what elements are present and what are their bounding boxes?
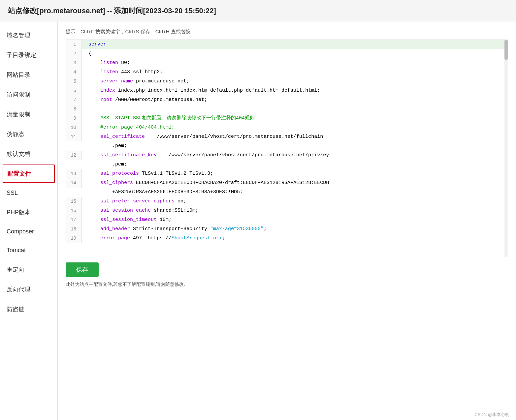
code-editor[interactable]: 1server2{3 listen 80;4 listen 443 ssl ht… (66, 40, 508, 257)
code-line: 3 listen 80; (66, 58, 508, 68)
code-line: 10 #error_page 404/404.html; (66, 123, 508, 132)
line-content: #error_page 404/404.html; (82, 123, 508, 132)
line-number: 19 (66, 234, 82, 243)
code-line: 9 #SSL-START SSL相关配置，请勿删除或修改下一行带注释的404规则 (66, 114, 508, 123)
sidebar-item-子目录绑定[interactable]: 子目录绑定 (0, 45, 57, 65)
line-number: 13 (66, 169, 82, 178)
line-content: listen 80; (82, 58, 508, 68)
code-line: 1server (66, 40, 508, 49)
line-content: index index.php index.html index.htm def… (82, 86, 508, 95)
code-line: 15 ssl_prefer_server_ciphers on; (66, 197, 508, 206)
main-layout: 域名管理子目录绑定网站目录访问限制流量限制伪静态默认文档配置文件SSLPHP版本… (0, 22, 516, 420)
line-content: server (82, 40, 508, 49)
line-content: ssl_prefer_server_ciphers on; (82, 197, 508, 206)
line-content: error_page 497 https://$host$request_uri… (82, 234, 508, 243)
code-line: 19 error_page 497 https://$host$request_… (66, 234, 508, 243)
code-line: 12 ssl_certificate_key /www/server/panel… (66, 151, 508, 169)
code-line: 16 ssl_session_cache shared:SSL:10m; (66, 206, 508, 215)
sidebar-item-Tomcat[interactable]: Tomcat (0, 241, 57, 260)
line-number: 10 (66, 123, 82, 132)
line-number: 7 (66, 95, 82, 105)
sidebar-item-反向代理[interactable]: 反向代理 (0, 280, 57, 299)
line-number: 8 (66, 105, 82, 114)
line-number: 16 (66, 206, 82, 215)
scrollbar[interactable] (504, 40, 508, 257)
scrollbar-thumb[interactable] (504, 40, 508, 60)
line-content: ssl_ciphers EECDH+CHACHA20:EECDH+CHACHA2… (82, 178, 508, 197)
sidebar-item-伪静态[interactable]: 伪静态 (0, 124, 57, 144)
line-content: server_name pro.metarouse.net; (82, 77, 508, 86)
sidebar-item-PHP版本[interactable]: PHP版本 (0, 202, 57, 222)
code-line: 8 (66, 105, 508, 114)
code-line: 18 add_header Strict-Transport-Security … (66, 225, 508, 234)
code-line: 5 server_name pro.metarouse.net; (66, 77, 508, 86)
title-bar: 站点修改[pro.metarouse.net] -- 添加时间[2023-03-… (0, 0, 516, 22)
hint-text: 提示：Ctrl+F 搜索关键字，Ctrl+S 保存，Ctrl+H 查找替换 (66, 29, 508, 35)
line-content: ssl_session_timeout 10m; (82, 215, 508, 225)
footer-note: 此处为站点主配置文件,若您不了解配置规则,请勿随意修改. (66, 282, 508, 287)
line-content: add_header Strict-Transport-Security "ma… (82, 225, 508, 234)
code-line: 14 ssl_ciphers EECDH+CHACHA20:EECDH+CHAC… (66, 178, 508, 197)
sidebar-item-默认文档[interactable]: 默认文档 (0, 144, 57, 164)
line-number: 18 (66, 225, 82, 234)
line-number: 1 (66, 40, 82, 49)
line-number: 12 (66, 151, 82, 160)
line-content: ssl_protocols TLSv1.1 TLSv1.2 TLSv1.3; (82, 169, 508, 178)
line-number: 3 (66, 58, 82, 68)
save-button[interactable]: 保存 (66, 262, 99, 277)
page-title: 站点修改[pro.metarouse.net] -- 添加时间[2023-03-… (8, 7, 216, 15)
line-number: 5 (66, 77, 82, 86)
sidebar-item-防盗链[interactable]: 防盗链 (0, 299, 57, 319)
sidebar-item-Composer[interactable]: Composer (0, 222, 57, 241)
sidebar: 域名管理子目录绑定网站目录访问限制流量限制伪静态默认文档配置文件SSLPHP版本… (0, 22, 58, 420)
sidebar-item-重定向[interactable]: 重定向 (0, 260, 57, 280)
code-line: 2{ (66, 49, 508, 58)
line-number: 17 (66, 215, 82, 225)
code-line: 11 ssl_certificate /www/server/panel/vho… (66, 132, 508, 151)
sidebar-item-SSL[interactable]: SSL (0, 184, 57, 202)
line-number: 4 (66, 68, 82, 77)
line-number: 11 (66, 132, 82, 141)
code-editor-wrapper: 1server2{3 listen 80;4 listen 443 ssl ht… (66, 40, 508, 257)
code-line: 13 ssl_protocols TLSv1.1 TLSv1.2 TLSv1.3… (66, 169, 508, 178)
code-line: 17 ssl_session_timeout 10m; (66, 215, 508, 225)
line-content: #SSL-START SSL相关配置，请勿删除或修改下一行带注释的404规则 (82, 114, 508, 123)
line-number: 15 (66, 197, 82, 206)
line-content: listen 443 ssl http2; (82, 68, 508, 77)
line-number: 2 (66, 49, 82, 58)
sidebar-item-域名管理[interactable]: 域名管理 (0, 25, 57, 45)
line-content: ssl_certificate /www/server/panel/vhost/… (82, 132, 508, 151)
sidebar-item-访问限制[interactable]: 访问限制 (0, 85, 57, 105)
watermark: CSDN @李本心明 (474, 412, 509, 418)
line-content: ssl_session_cache shared:SSL:10m; (82, 206, 508, 215)
sidebar-item-流量限制[interactable]: 流量限制 (0, 105, 57, 124)
line-number: 14 (66, 178, 82, 188)
line-content: ssl_certificate_key /www/server/panel/vh… (82, 151, 508, 169)
code-line: 4 listen 443 ssl http2; (66, 68, 508, 77)
line-content: { (82, 49, 508, 58)
sidebar-item-配置文件[interactable]: 配置文件 (3, 165, 55, 183)
content-area: 提示：Ctrl+F 搜索关键字，Ctrl+S 保存，Ctrl+H 查找替换 1s… (58, 22, 516, 420)
line-number: 9 (66, 114, 82, 123)
code-line: 7 root /www/wwwroot/pro.metarouse.net; (66, 95, 508, 105)
line-number: 6 (66, 86, 82, 95)
code-line: 6 index index.php index.html index.htm d… (66, 86, 508, 95)
line-content: root /www/wwwroot/pro.metarouse.net; (82, 95, 508, 105)
sidebar-item-网站目录[interactable]: 网站目录 (0, 65, 57, 85)
